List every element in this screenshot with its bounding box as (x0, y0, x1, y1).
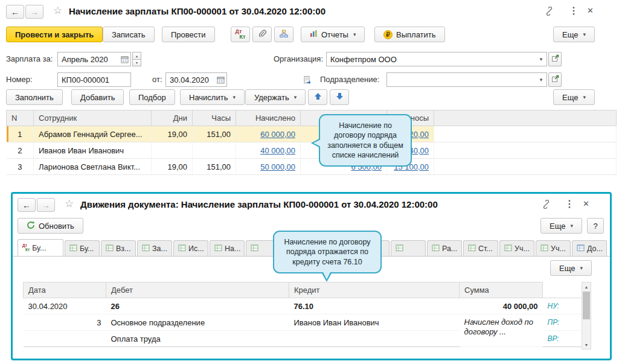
reports-button[interactable]: Отчеты▾ (301, 27, 365, 42)
col-date[interactable]: Дата (24, 283, 106, 298)
organization-open-button[interactable] (548, 52, 562, 66)
nu-tag: НУ: (543, 298, 582, 315)
department-input[interactable]: ▾ (386, 72, 547, 87)
col-credit[interactable]: Кредит (289, 283, 460, 298)
tab-register[interactable] (391, 240, 426, 256)
days-cell: 19,00 (152, 126, 193, 142)
accrued-cell: 50 000,00 (236, 159, 301, 175)
link-icon[interactable] (542, 200, 551, 211)
vertical-scrollbar[interactable]: ▲ ▼ (582, 282, 591, 350)
more-menu-icon[interactable]: ⋮ (565, 198, 574, 209)
movement-row[interactable]: 3 Основное подразделение Иванов Иван Ива… (24, 315, 582, 331)
dtkt-button[interactable]: ДтКт (231, 27, 250, 42)
autofill-icon[interactable] (300, 73, 315, 86)
commands-more-button[interactable]: Еще▾ (553, 89, 595, 105)
save-button[interactable]: Записать (103, 27, 155, 42)
accrued-link[interactable]: 40 000,00 (260, 146, 295, 155)
tab-register[interactable]: На... (210, 240, 245, 256)
employee-cell: Абрамов Геннадий Сергее... (34, 126, 152, 142)
col-sum[interactable]: Сумма (460, 283, 543, 298)
movements-table: Дата Дебет Кредит Сумма 30.04.2020 26 76… (23, 282, 581, 347)
accrued-link[interactable]: 60 000,00 (260, 130, 295, 139)
add-button[interactable]: Добавить (71, 89, 124, 105)
close-icon[interactable]: ✕ (583, 199, 589, 208)
dropdown-caret-icon: ▾ (570, 223, 573, 229)
more-menu-icon[interactable]: ⋮ (569, 5, 579, 16)
n-cell: 1 (7, 126, 34, 142)
col-filler (434, 110, 617, 126)
period-stepper[interactable]: ▴ ▾ (132, 52, 141, 66)
forward-button[interactable]: → (25, 5, 43, 19)
scroll-up-icon[interactable]: ▲ (582, 283, 591, 291)
favorite-star-icon[interactable]: ☆ (53, 5, 62, 16)
accrued-cell: 60 000,00 (236, 126, 301, 142)
back-button[interactable]: ← (6, 5, 24, 19)
register-icon (540, 244, 548, 254)
tab-register[interactable]: Ст... (463, 240, 498, 256)
pay-button[interactable]: ₽ Выплатить (374, 27, 445, 42)
help-button[interactable]: ? (587, 218, 604, 234)
movement-row[interactable]: 30.04.2020 26 76.10 40 000,00 НУ: (24, 298, 582, 315)
toolbar-more-button[interactable]: Еще▾ (553, 27, 595, 42)
tab-register[interactable]: За... (137, 240, 172, 256)
accrued-link[interactable]: 50 000,00 (260, 162, 295, 171)
refresh-button[interactable]: Обновить (18, 218, 83, 234)
withhold-button[interactable]: Удержать▾ (245, 89, 306, 105)
accrue-button[interactable]: Начислить▾ (180, 89, 245, 105)
date-cell: 30.04.2020 (24, 298, 106, 315)
tab-register[interactable]: ДтКт Бу... (18, 239, 63, 256)
col-n[interactable]: N (7, 110, 34, 126)
link-icon[interactable] (545, 7, 554, 18)
related-documents-button[interactable] (274, 27, 293, 42)
col-days[interactable]: Дни (152, 110, 193, 126)
col-hours[interactable]: Часы (193, 110, 236, 126)
tab-register[interactable]: До... (572, 240, 607, 256)
n-cell: 3 (7, 159, 34, 175)
tab-register[interactable]: Ра... (427, 240, 462, 256)
movements-more-button[interactable]: Еще▾ (540, 218, 582, 234)
spin-down-icon[interactable]: ▾ (132, 60, 141, 67)
dropdown-caret-icon: ▾ (580, 265, 583, 271)
tab-register[interactable]: Уч... (536, 240, 571, 256)
tab-register[interactable]: Бу... (65, 240, 100, 256)
attachments-button[interactable] (252, 27, 272, 42)
tab-register[interactable]: Вз... (101, 240, 136, 256)
employees-header-row: N Сотрудник Дни Часы Начислено НДФЛ Взно… (7, 110, 617, 126)
filler-cell (434, 159, 617, 175)
scroll-down-icon[interactable]: ▼ (582, 340, 591, 349)
register-icon (396, 244, 403, 254)
back-button[interactable]: ← (18, 198, 36, 212)
dropdown-caret-icon: ▾ (583, 31, 586, 37)
date-input[interactable]: 30.04.2020 (165, 72, 227, 87)
number-input[interactable]: КП00-000001 (57, 72, 131, 87)
tab-register[interactable]: Уч... (499, 240, 534, 256)
col-employee[interactable]: Сотрудник (34, 110, 152, 126)
fill-button[interactable]: Заполнить (6, 89, 63, 105)
dropdown-caret-icon[interactable]: ▾ (536, 56, 547, 62)
dropdown-caret-icon[interactable]: ▾ (536, 77, 547, 83)
number-label: Номер: (6, 72, 33, 87)
content-more-button[interactable]: Еще▾ (550, 260, 592, 276)
move-up-button[interactable] (308, 89, 327, 105)
close-icon[interactable]: ✕ (587, 6, 594, 15)
favorite-star-icon[interactable]: ☆ (65, 199, 74, 209)
post-button[interactable]: Провести (162, 27, 215, 42)
tab-register[interactable]: Ис... (173, 240, 208, 256)
col-accrued[interactable]: Начислено (236, 110, 301, 126)
spin-up-icon[interactable]: ▴ (132, 52, 141, 60)
salary-for-input[interactable]: Апрель 2020 (57, 52, 131, 66)
credit-cell: 76.10 (289, 298, 460, 315)
pick-button[interactable]: Подбор (129, 89, 175, 105)
calendar-icon[interactable] (214, 73, 226, 86)
forward-button[interactable]: → (37, 198, 55, 212)
hours-cell (193, 142, 236, 159)
col-debit[interactable]: Дебет (106, 283, 289, 298)
open-icon (551, 54, 559, 64)
department-open-button[interactable] (548, 72, 562, 87)
calendar-icon[interactable] (118, 53, 130, 66)
employee-row[interactable]: 3 Ларионова Светлана Викт... 19,00 151,0… (7, 159, 617, 175)
post-and-close-button[interactable]: Провести и закрыть (6, 27, 103, 42)
scrollbar-thumb[interactable] (583, 292, 590, 319)
organization-input[interactable]: Конфетпром ООО ▾ (326, 52, 547, 66)
move-down-button[interactable] (330, 89, 349, 105)
